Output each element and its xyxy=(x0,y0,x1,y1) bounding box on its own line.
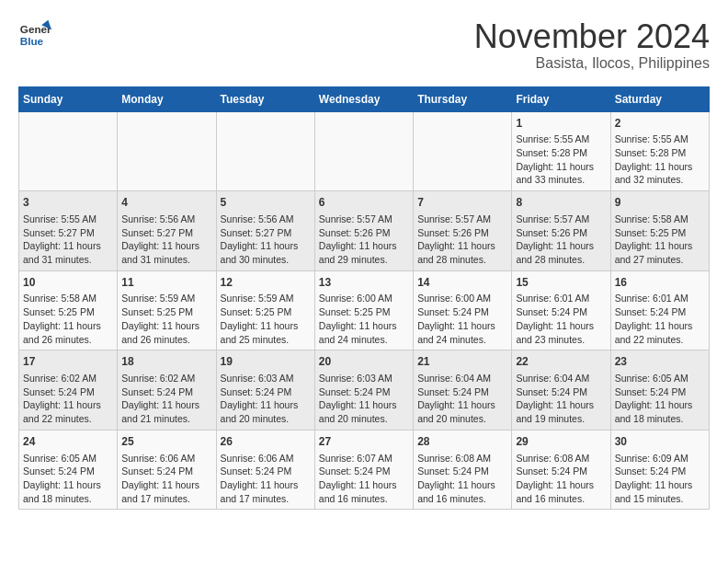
calendar-cell: 18Sunrise: 6:02 AMSunset: 5:24 PMDayligh… xyxy=(118,350,216,431)
header-monday: Monday xyxy=(118,86,216,111)
day-info: Sunrise: 5:57 AM xyxy=(417,213,507,226)
header-wednesday: Wednesday xyxy=(314,86,413,111)
day-info: Sunrise: 6:05 AM xyxy=(615,372,705,385)
calendar-cell: 13Sunrise: 6:00 AMSunset: 5:25 PMDayligh… xyxy=(314,270,413,350)
day-info: Sunset: 5:25 PM xyxy=(121,305,211,319)
calendar-cell: 29Sunrise: 6:08 AMSunset: 5:24 PMDayligh… xyxy=(512,430,610,510)
day-number: 4 xyxy=(121,195,211,211)
day-number: 6 xyxy=(319,195,409,211)
day-info: Daylight: 11 hours and 33 minutes. xyxy=(516,160,606,187)
day-number: 5 xyxy=(221,195,311,211)
day-info: Daylight: 11 hours and 28 minutes. xyxy=(516,239,606,266)
page-title: November 2024 xyxy=(474,18,710,55)
day-info: Sunset: 5:24 PM xyxy=(121,465,211,478)
day-info: Sunrise: 5:59 AM xyxy=(121,292,211,305)
day-info: Daylight: 11 hours and 27 minutes. xyxy=(615,239,705,266)
calendar-cell: 5Sunrise: 5:56 AMSunset: 5:27 PMDaylight… xyxy=(216,191,314,271)
day-info: Sunrise: 5:55 AM xyxy=(516,132,606,146)
day-info: Sunrise: 5:58 AM xyxy=(615,213,705,226)
day-info: Daylight: 11 hours and 32 minutes. xyxy=(615,160,705,187)
day-info: Daylight: 11 hours and 20 minutes. xyxy=(221,398,311,425)
day-number: 22 xyxy=(516,354,606,370)
day-info: Sunrise: 6:00 AM xyxy=(319,292,409,305)
day-info: Sunset: 5:24 PM xyxy=(417,305,507,319)
day-number: 15 xyxy=(516,275,606,291)
day-info: Daylight: 11 hours and 20 minutes. xyxy=(319,398,409,425)
day-info: Daylight: 11 hours and 26 minutes. xyxy=(121,319,211,346)
day-info: Sunrise: 6:02 AM xyxy=(121,372,211,385)
day-info: Sunrise: 6:04 AM xyxy=(516,372,606,385)
calendar-cell: 6Sunrise: 5:57 AMSunset: 5:26 PMDaylight… xyxy=(314,191,413,271)
calendar-week-row: 3Sunrise: 5:55 AMSunset: 5:27 PMDaylight… xyxy=(19,191,710,271)
day-number: 14 xyxy=(417,275,507,291)
calendar-cell: 19Sunrise: 6:03 AMSunset: 5:24 PMDayligh… xyxy=(216,350,314,431)
calendar-cell xyxy=(414,111,512,191)
calendar-cell: 7Sunrise: 5:57 AMSunset: 5:26 PMDaylight… xyxy=(414,191,512,271)
page-subtitle: Basista, Ilocos, Philippines xyxy=(474,55,710,72)
calendar-cell: 4Sunrise: 5:56 AMSunset: 5:27 PMDaylight… xyxy=(118,191,216,271)
calendar-cell: 3Sunrise: 5:55 AMSunset: 5:27 PMDaylight… xyxy=(19,191,118,271)
header-thursday: Thursday xyxy=(414,86,512,111)
day-number: 3 xyxy=(23,195,113,211)
day-info: Daylight: 11 hours and 19 minutes. xyxy=(516,398,606,425)
day-number: 13 xyxy=(319,275,409,291)
day-info: Sunrise: 5:59 AM xyxy=(221,292,311,305)
day-info: Daylight: 11 hours and 29 minutes. xyxy=(319,239,409,266)
day-number: 8 xyxy=(516,195,606,211)
day-info: Daylight: 11 hours and 31 minutes. xyxy=(23,239,113,266)
day-info: Sunset: 5:26 PM xyxy=(319,226,409,240)
day-info: Sunrise: 6:01 AM xyxy=(516,292,606,305)
day-info: Sunset: 5:24 PM xyxy=(615,305,705,319)
day-info: Sunrise: 6:08 AM xyxy=(417,452,507,465)
calendar-week-row: 24Sunrise: 6:05 AMSunset: 5:24 PMDayligh… xyxy=(19,430,710,510)
day-info: Sunset: 5:27 PM xyxy=(221,226,311,240)
day-info: Sunset: 5:24 PM xyxy=(319,465,409,478)
day-number: 20 xyxy=(319,354,409,370)
day-info: Daylight: 11 hours and 21 minutes. xyxy=(121,398,211,425)
calendar-week-row: 17Sunrise: 6:02 AMSunset: 5:24 PMDayligh… xyxy=(19,350,710,431)
calendar-cell: 15Sunrise: 6:01 AMSunset: 5:24 PMDayligh… xyxy=(512,270,610,350)
header-tuesday: Tuesday xyxy=(216,86,314,111)
day-info: Daylight: 11 hours and 16 minutes. xyxy=(417,478,507,505)
day-info: Sunset: 5:25 PM xyxy=(615,226,705,240)
calendar-cell: 23Sunrise: 6:05 AMSunset: 5:24 PMDayligh… xyxy=(610,350,709,431)
day-number: 19 xyxy=(221,354,311,370)
day-info: Sunset: 5:24 PM xyxy=(417,465,507,478)
day-number: 25 xyxy=(121,434,211,450)
day-info: Sunset: 5:27 PM xyxy=(121,226,211,240)
calendar-cell: 22Sunrise: 6:04 AMSunset: 5:24 PMDayligh… xyxy=(512,350,610,431)
calendar-cell: 14Sunrise: 6:00 AMSunset: 5:24 PMDayligh… xyxy=(414,270,512,350)
day-info: Daylight: 11 hours and 24 minutes. xyxy=(319,319,409,346)
day-info: Sunrise: 6:00 AM xyxy=(417,292,507,305)
day-info: Sunrise: 6:08 AM xyxy=(516,452,606,465)
day-info: Daylight: 11 hours and 18 minutes. xyxy=(23,478,113,505)
calendar-cell: 16Sunrise: 6:01 AMSunset: 5:24 PMDayligh… xyxy=(610,270,709,350)
day-info: Sunrise: 5:58 AM xyxy=(23,292,113,305)
calendar-cell xyxy=(118,111,216,191)
day-info: Sunrise: 5:55 AM xyxy=(23,213,113,226)
day-number: 12 xyxy=(221,275,311,291)
calendar-cell: 30Sunrise: 6:09 AMSunset: 5:24 PMDayligh… xyxy=(610,430,709,510)
day-info: Daylight: 11 hours and 24 minutes. xyxy=(417,319,507,346)
calendar-cell: 1Sunrise: 5:55 AMSunset: 5:28 PMDaylight… xyxy=(512,111,610,191)
day-number: 23 xyxy=(615,354,705,370)
day-info: Sunset: 5:28 PM xyxy=(615,146,705,160)
day-info: Sunset: 5:24 PM xyxy=(23,385,113,399)
day-number: 18 xyxy=(121,354,211,370)
day-info: Sunrise: 5:57 AM xyxy=(516,213,606,226)
calendar-cell: 25Sunrise: 6:06 AMSunset: 5:24 PMDayligh… xyxy=(118,430,216,510)
day-info: Daylight: 11 hours and 16 minutes. xyxy=(319,478,409,505)
day-number: 29 xyxy=(516,434,606,450)
svg-text:Blue: Blue xyxy=(20,35,44,47)
day-info: Sunrise: 5:56 AM xyxy=(221,213,311,226)
calendar-cell: 11Sunrise: 5:59 AMSunset: 5:25 PMDayligh… xyxy=(118,270,216,350)
day-number: 16 xyxy=(615,275,705,291)
day-info: Sunset: 5:24 PM xyxy=(221,385,311,399)
title-block: November 2024 Basista, Ilocos, Philippin… xyxy=(474,18,710,72)
day-number: 9 xyxy=(615,195,705,211)
day-number: 21 xyxy=(417,354,507,370)
day-info: Sunset: 5:24 PM xyxy=(319,385,409,399)
day-info: Sunset: 5:24 PM xyxy=(516,465,606,478)
calendar-cell: 10Sunrise: 5:58 AMSunset: 5:25 PMDayligh… xyxy=(19,270,118,350)
day-info: Sunset: 5:24 PM xyxy=(516,385,606,399)
